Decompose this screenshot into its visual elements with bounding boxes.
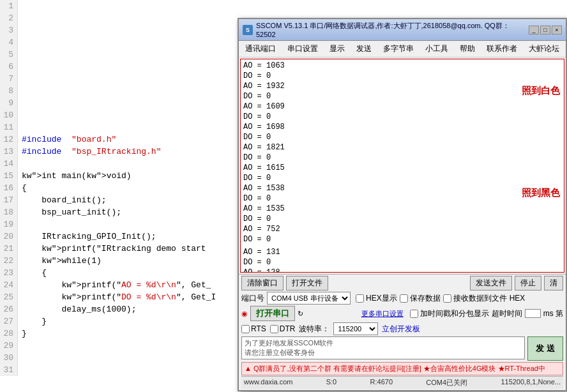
- serial-output[interactable]: AO = 1063DO = 0AO = 1932DO = 0AO = 1609D…: [241, 59, 564, 272]
- menu-serial-settings[interactable]: 串口设置: [284, 42, 322, 56]
- serial-line: AO = 1821: [243, 142, 561, 153]
- menu-send[interactable]: 发送: [352, 42, 375, 56]
- rts-check[interactable]: [241, 325, 250, 333]
- line-number: 28: [0, 328, 18, 340]
- port-select[interactable]: COM4 USB 串行设备: [267, 292, 351, 305]
- serial-data-area: AO = 1063DO = 0AO = 1932DO = 0AO = 1609D…: [240, 59, 564, 273]
- add-time-check[interactable]: [410, 310, 418, 318]
- line-number: 13: [0, 146, 18, 158]
- menu-contact[interactable]: 联系作者: [483, 42, 521, 56]
- line-number: 1: [0, 0, 18, 12]
- receive-to-file-label: 接收数据到文件: [453, 293, 507, 304]
- line-number: 12: [0, 133, 18, 146]
- dtr-label: DTR: [280, 324, 296, 333]
- send-area-hint: 为了更好地发展SSCOM软件请您注册立创硬客身份: [245, 339, 333, 356]
- bottom-row4: RTS DTR 波特率： 115200 立创开发板: [241, 322, 563, 335]
- line-content: [18, 109, 22, 121]
- menu-comm-port[interactable]: 通讯端口: [241, 42, 280, 56]
- line-number: 9: [0, 97, 18, 109]
- sscom-icon: S: [243, 25, 253, 35]
- line-number: 2: [0, 12, 18, 24]
- sscom-titlebar: S SSCOM V5.13.1 串口/网络数据调试器,作者:大虾丁丁,26180…: [239, 19, 566, 41]
- line-number: 20: [0, 230, 18, 243]
- send-button[interactable]: 发 送: [527, 336, 563, 361]
- add-time-label: 加时间戳和分包显示: [420, 308, 489, 319]
- open-file-button[interactable]: 打开文件: [286, 276, 328, 290]
- menu-tools[interactable]: 小工具: [421, 42, 452, 56]
- serial-line: AO = 1609: [243, 102, 561, 112]
- line-content: }: [18, 315, 47, 328]
- bottom-row2: 端口号 COM4 USB 串行设备 HEX显示 保存数据 接收数据到文件 HEX: [241, 292, 563, 305]
- hex-display-check[interactable]: [356, 294, 364, 303]
- maximize-button[interactable]: □: [540, 26, 550, 34]
- refresh-icon: ↻: [298, 310, 303, 318]
- sscom-window: S SSCOM V5.13.1 串口/网络数据调试器,作者:大虾丁丁,26180…: [238, 18, 567, 391]
- line-number: 6: [0, 61, 18, 73]
- line-content: [18, 352, 22, 364]
- line-content: delay_ms(1000);: [18, 303, 136, 315]
- line-content: kw">printf("IRtracking demo start: [18, 243, 206, 255]
- line-number: 15: [0, 170, 18, 182]
- serial-line: AO = 752: [243, 224, 561, 234]
- baud-label: 波特率：: [299, 324, 329, 335]
- menu-forum[interactable]: 大虾论坛: [525, 42, 563, 56]
- line-content: [18, 158, 22, 170]
- line-number: 23: [0, 267, 18, 279]
- overtime-label: 超时时间: [492, 308, 522, 319]
- serial-line: AO = 1615: [243, 163, 561, 173]
- line-content: #include "bsp_IRtracking.h": [18, 146, 161, 158]
- line-content: [18, 61, 22, 73]
- sscom-menubar: 通讯端口 串口设置 显示 发送 多字节串 小工具 帮助 联系作者 大虾论坛: [239, 41, 566, 57]
- website-label: www.daxia.com: [244, 378, 292, 388]
- line-content: [18, 97, 22, 109]
- sscom-footer: www.daxia.com S:0 R:4670 COM4已关闭 115200,…: [241, 376, 563, 389]
- line-content: [18, 85, 22, 97]
- serial-line: AO = 1698: [243, 122, 561, 132]
- serial-line: AO = 1063: [243, 61, 561, 71]
- clear2-button[interactable]: 清: [544, 276, 563, 290]
- line-content: [18, 36, 22, 49]
- minimize-button[interactable]: _: [529, 26, 539, 34]
- save-data-check[interactable]: [400, 294, 408, 303]
- send-file-button[interactable]: 发送文件: [470, 276, 512, 290]
- line-content: kw">printf("AO = %d\r\n", Get_: [18, 279, 211, 291]
- overtime-input[interactable]: 10: [525, 309, 541, 318]
- line-number: 8: [0, 85, 18, 97]
- receive-to-file-check[interactable]: [443, 294, 451, 303]
- open-port-button[interactable]: 打开串口: [250, 306, 295, 321]
- bottom-row1: 清除窗口 打开文件 发送文件 停止 清: [241, 276, 563, 290]
- line-number: 3: [0, 24, 18, 36]
- send-text-area[interactable]: 为了更好地发展SSCOM软件请您注册立创硬客身份: [241, 336, 525, 359]
- line-content: kw">while(1): [18, 255, 102, 267]
- line-number: 26: [0, 303, 18, 315]
- serial-line: DO = 0: [243, 214, 561, 224]
- line-number: 14: [0, 158, 18, 170]
- line-content: IRtracking_GPIO_Init();: [18, 230, 156, 243]
- sscom-bottom-controls: 清除窗口 打开文件 发送文件 停止 清 端口号 COM4 USB 串行设备 HE…: [239, 274, 566, 390]
- serial-line: AO = 131: [243, 247, 561, 257]
- menu-multi-string[interactable]: 多字节串: [379, 42, 418, 56]
- close-button[interactable]: ×: [552, 26, 562, 34]
- menu-display[interactable]: 显示: [326, 42, 349, 56]
- line-number: 29: [0, 340, 18, 352]
- line-number: 18: [0, 206, 18, 218]
- stop-button[interactable]: 停止: [515, 276, 541, 290]
- menu-help[interactable]: 帮助: [456, 42, 479, 56]
- line-content: [18, 340, 22, 352]
- line-number: 30: [0, 352, 18, 364]
- port-label: 端口号: [241, 293, 264, 304]
- ms-label: ms 第: [543, 308, 563, 319]
- serial-line: DO = 0: [243, 173, 561, 183]
- dtr-check[interactable]: [270, 325, 278, 333]
- line-content: #include "board.h": [18, 133, 116, 146]
- save-data-label: 保存数据: [410, 293, 441, 304]
- sscom-title: SSCOM V5.13.1 串口/网络数据调试器,作者:大虾丁丁,2618058…: [256, 21, 529, 38]
- line-number: 24: [0, 279, 18, 291]
- line-content: [18, 24, 22, 36]
- baud-select[interactable]: 115200: [333, 322, 378, 335]
- serial-line: AO = 1538: [243, 183, 561, 193]
- clear-window-button[interactable]: 清除窗口: [241, 276, 284, 290]
- window-controls[interactable]: _ □ ×: [529, 26, 562, 34]
- more-ports-label[interactable]: 更多串口设置: [361, 309, 404, 319]
- line-content: kw">int main(kw">void): [18, 170, 132, 182]
